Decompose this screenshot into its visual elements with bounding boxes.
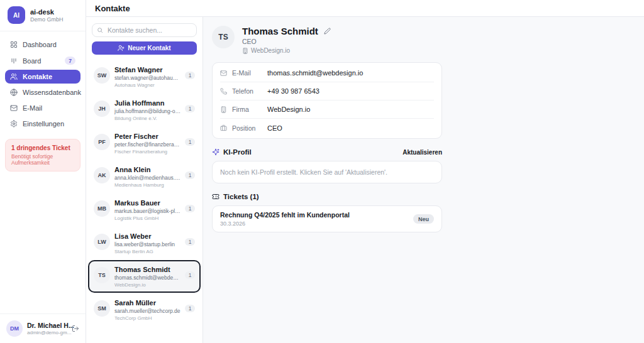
new-contact-button[interactable]: Neuer Kontakt (92, 41, 197, 55)
page-title: Kontakte (95, 4, 130, 13)
ticket-icon (212, 193, 219, 200)
user-email: admin@demo-gm... (27, 330, 67, 335)
sidebar-item-einstellungen[interactable]: Einstellungen (5, 117, 80, 131)
contact-avatar: LW (94, 234, 110, 250)
contact-info-card: E-Mailthomas.schmidt@webdesign.ioTelefon… (212, 62, 442, 139)
field-row-firma: FirmaWebDesign.io (220, 101, 434, 119)
alert-subtitle: Benötigt sofortige Aufmerksamkeit (11, 153, 74, 166)
tickets-title: Tickets (1) (223, 193, 259, 200)
contact-item-anna-klein[interactable]: AKAnna Kleinanna.klein@medienhaus.deMedi… (88, 160, 201, 193)
sidebar-item-dashboard[interactable]: Dashboard (5, 38, 80, 52)
alert-title: 1 dringendes Ticket (11, 144, 74, 151)
user-plus-icon (118, 45, 125, 52)
ticket-title: Rechnung Q4/2025 fehlt im Kundenportal (220, 211, 350, 219)
contact-name: Thomas Schmidt (242, 26, 318, 36)
field-row-e-mail: E-Mailthomas.schmidt@webdesign.io (220, 64, 434, 82)
sparkles-icon (212, 148, 219, 156)
topbar: Kontakte (86, 0, 644, 17)
urgent-ticket-alert[interactable]: 1 dringendes Ticket Benötigt sofortige A… (5, 139, 80, 172)
ki-profile-title: KI-Profil (223, 148, 252, 156)
contact-item-sarah-m-ller[interactable]: SMSarah Müllersarah.mueller@techcorp.deT… (88, 293, 201, 326)
contact-email: thomas.schmidt@webdesign.io (114, 275, 180, 281)
ticket-date: 30.3.2026 (220, 220, 350, 227)
sidebar-item-kontakte[interactable]: Kontakte (5, 70, 80, 84)
contact-name: Markus Bauer (114, 199, 180, 207)
building-icon (242, 48, 248, 54)
contact-name: Lisa Weber (114, 232, 180, 240)
ki-profile-placeholder: Noch kein KI-Profil erstellt. Klicken Si… (212, 161, 442, 183)
briefcase-icon (220, 124, 227, 131)
user-avatar: DM (6, 320, 23, 337)
contact-email: stefan.wagner@autohaus-wagner.de (114, 75, 180, 81)
app-logo: AI (8, 6, 25, 24)
field-label: Telefon (232, 87, 262, 95)
contact-detail-header: TS Thomas Schmidt CEO WebDesign.io (212, 26, 442, 54)
ticket-count-badge: 1 (185, 305, 195, 312)
contact-item-thomas-schmidt[interactable]: TSThomas Schmidtthomas.schmidt@webdesign… (88, 260, 201, 293)
contact-company: Autohaus Wagner (114, 82, 180, 88)
dashboard-icon (10, 41, 18, 48)
contact-avatar: MB (94, 200, 110, 217)
phone-icon (220, 88, 227, 95)
logout-icon[interactable] (72, 325, 79, 332)
contact-avatar: JH (94, 101, 110, 117)
contact-avatar: PF (94, 134, 110, 150)
nav-badge: 7 (65, 57, 75, 65)
contact-company: Medienhaus Hamburg (114, 182, 180, 188)
ticket-count-badge: 1 (185, 238, 195, 246)
contact-email: peter.fischer@finanzberatung.com (114, 141, 180, 148)
ticket-count-badge: 1 (185, 271, 195, 279)
sidebar-nav: DashboardBoard7KontakteWissensdatenbankE… (0, 31, 86, 135)
field-value: WebDesign.io (267, 106, 310, 113)
contact-email: anna.klein@medienhaus.de (114, 175, 180, 181)
field-row-position: PositionCEO (220, 119, 434, 137)
current-user-row: DM Dr. Michael H... admin@demo-gm... (0, 313, 86, 343)
contact-name: Stefan Wagner (114, 66, 180, 74)
field-label: E-Mail (232, 69, 262, 77)
ticket-count-badge: 1 (185, 205, 195, 212)
field-row-telefon: Telefon+49 30 987 6543 (220, 82, 434, 101)
contacts-panel: Neuer Kontakt SWStefan Wagnerstefan.wagn… (86, 17, 203, 343)
ticket-count-badge: 1 (185, 172, 195, 179)
contact-email: sarah.mueller@techcorp.de (114, 308, 180, 314)
knowledge-base-icon (10, 89, 18, 96)
app-org: Demo GmbH (30, 16, 64, 23)
sidebar-item-wissensdatenbank[interactable]: Wissensdatenbank (5, 85, 80, 99)
contact-email: julia.hoffmann@bildung-online.de (114, 108, 180, 114)
contact-item-lisa-weber[interactable]: LWLisa Weberlisa.weber@startup.berlinSta… (88, 227, 201, 259)
contacts-icon (10, 73, 18, 80)
contact-item-peter-fischer[interactable]: PFPeter Fischerpeter.fischer@finanzberat… (88, 127, 201, 160)
ticket-item[interactable]: Rechnung Q4/2025 fehlt im Kundenportal30… (212, 205, 442, 232)
contact-name: Peter Fischer (114, 133, 180, 140)
contact-item-stefan-wagner[interactable]: SWStefan Wagnerstefan.wagner@autohaus-wa… (88, 60, 201, 93)
tickets-header: Tickets (1) (212, 193, 442, 200)
sidebar-item-e-mail[interactable]: E-Mail (5, 101, 80, 115)
sidebar-item-board[interactable]: Board7 (5, 53, 80, 68)
contact-item-julia-hoffmann[interactable]: JHJulia Hoffmannjulia.hoffmann@bildung-o… (88, 94, 201, 126)
refresh-ki-profile-button[interactable]: Aktualisieren (402, 149, 442, 156)
contact-company: Bildung Online e.V. (114, 116, 180, 121)
contact-avatar: SM (94, 300, 110, 317)
field-value: CEO (267, 124, 282, 132)
contact-company: Logistik Plus GmbH (114, 215, 180, 221)
contact-avatar: TS (94, 267, 110, 283)
field-label: Firma (232, 106, 262, 113)
contact-email: markus.bauer@logistik-plus.de (114, 208, 180, 214)
edit-contact-icon[interactable] (324, 28, 331, 35)
field-value: +49 30 987 6543 (267, 87, 319, 95)
contact-role: CEO (242, 38, 331, 45)
contact-item-markus-bauer[interactable]: MBMarkus Bauermarkus.bauer@logistik-plus… (88, 193, 201, 226)
mail-icon (220, 70, 227, 77)
search-input[interactable] (92, 23, 197, 37)
mail-icon (10, 104, 18, 112)
ticket-status-badge: Neu (413, 214, 434, 224)
ticket-count-badge: 1 (185, 105, 195, 112)
ticket-list: Rechnung Q4/2025 fehlt im Kundenportal30… (212, 205, 442, 232)
contact-company: WebDesign.io (251, 47, 290, 54)
contact-search (92, 23, 197, 37)
contact-name: Thomas Schmidt (114, 266, 180, 273)
contact-detail-panel: TS Thomas Schmidt CEO WebDesign.io E-M (203, 17, 644, 343)
contact-avatar: AK (94, 167, 110, 183)
settings-icon (10, 120, 18, 128)
contact-name: Anna Klein (114, 166, 180, 173)
